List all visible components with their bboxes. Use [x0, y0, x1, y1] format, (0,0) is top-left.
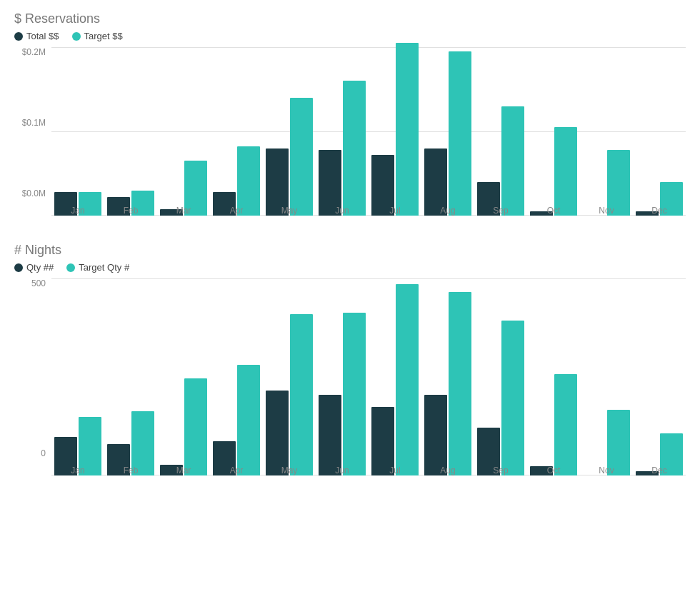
legend-target-qty-label: Target Qty # [79, 262, 129, 273]
chart2-area: 5000 JanFebMarAprMayJunJulAugSepOctNovDe… [14, 278, 686, 493]
bar-group: Nov [580, 47, 633, 216]
chart1-inner: JanFebMarAprMayJunJulAugSepOctNovDec [51, 47, 686, 233]
teal-bar [554, 127, 577, 216]
teal-bar [501, 106, 524, 216]
x-label: Nov [580, 206, 633, 216]
bar-group: Nov [580, 278, 633, 475]
legend-target-label: Target $$ [84, 31, 123, 41]
legend-total: Total $$ [14, 31, 59, 41]
x-label: Oct [527, 465, 580, 475]
legend-qty-label: Qty ## [26, 262, 54, 273]
x-label: Nov [580, 465, 633, 475]
bar-group: Jan [51, 278, 104, 475]
x-label: Jul [369, 206, 421, 216]
legend-qty: Qty ## [14, 262, 54, 273]
x-label: Jul [369, 465, 421, 475]
teal-bar [396, 43, 419, 216]
chart1-area: $0.2M$0.1M$0.0M JanFebMarAprMayJunJulAug… [14, 47, 686, 233]
bar-group: Dec [633, 278, 686, 475]
bar-group: Jul [369, 278, 421, 475]
x-label: May [263, 206, 316, 216]
y-label: 0 [41, 448, 46, 458]
bar-group: Oct [527, 278, 580, 475]
bar-group: May [263, 47, 316, 216]
x-label: Oct [527, 206, 580, 216]
x-label: May [263, 465, 316, 475]
x-label: Dec [633, 465, 686, 475]
x-label: Dec [633, 206, 686, 216]
bar-group: Jun [316, 47, 369, 216]
teal-bar [343, 313, 366, 475]
x-label: Sep [474, 206, 527, 216]
y-label: 500 [31, 278, 46, 288]
dark-bar [266, 391, 289, 475]
x-label: Apr [210, 465, 263, 475]
legend-total-label: Total $$ [26, 31, 59, 41]
bar-group: Aug [421, 47, 474, 216]
teal-bar [396, 284, 419, 475]
bar-group: Aug [421, 278, 474, 475]
dark-bar [319, 395, 341, 475]
teal-bar [343, 81, 366, 216]
bar-group: Sep [474, 47, 527, 216]
qty-dot [14, 263, 23, 272]
x-label: Feb [104, 465, 157, 475]
total-dot [14, 32, 23, 41]
y-label: $0.2M [22, 47, 46, 57]
bar-group: Apr [210, 278, 263, 475]
y-label: $0.1M [22, 118, 46, 128]
bar-group: Oct [527, 47, 580, 216]
chart1-title: $ Reservations [14, 11, 686, 26]
x-label: Jun [316, 206, 369, 216]
target-qty-dot [66, 263, 75, 272]
x-label: Feb [104, 206, 157, 216]
teal-bar [449, 51, 471, 216]
teal-bar [184, 378, 207, 475]
bar-group: Jun [316, 278, 369, 475]
chart2-legend: Qty ## Target Qty # [14, 262, 686, 273]
chart2-y-axis: 5000 [14, 278, 51, 475]
legend-target-qty: Target Qty # [66, 262, 129, 273]
x-label: Jan [51, 206, 104, 216]
bar-group: Sep [474, 278, 527, 475]
bar-group: Mar [157, 47, 210, 216]
chart2-inner: JanFebMarAprMayJunJulAugSepOctNovDec [51, 278, 686, 493]
chart1-legend: Total $$ Target $$ [14, 31, 686, 41]
bar-group: Dec [633, 47, 686, 216]
x-label: Aug [421, 465, 474, 475]
chart2-bars: JanFebMarAprMayJunJulAugSepOctNovDec [51, 278, 686, 493]
reservations-chart: $ Reservations Total $$ Target $$ $0.2M$… [14, 11, 686, 233]
teal-bar [237, 365, 260, 475]
chart1-y-axis: $0.2M$0.1M$0.0M [14, 47, 51, 216]
bar-group: Feb [104, 47, 157, 216]
bar-group: May [263, 278, 316, 475]
target-dot [72, 32, 81, 41]
bar-group: Jul [369, 47, 421, 216]
teal-bar [449, 292, 471, 475]
bar-group: Jan [51, 47, 104, 216]
x-label: Apr [210, 206, 263, 216]
chart2-title: # Nights [14, 243, 686, 258]
bar-group: Mar [157, 278, 210, 475]
teal-bar [290, 314, 313, 475]
legend-target: Target $$ [72, 31, 123, 41]
teal-bar [554, 374, 577, 475]
bar-group: Apr [210, 47, 263, 216]
x-label: Jan [51, 465, 104, 475]
x-label: Sep [474, 465, 527, 475]
nights-chart: # Nights Qty ## Target Qty # 5000 JanFeb… [14, 243, 686, 493]
teal-bar [290, 98, 313, 216]
x-label: Aug [421, 206, 474, 216]
x-label: Mar [157, 206, 210, 216]
y-label: $0.0M [22, 188, 46, 198]
dark-bar [424, 395, 447, 475]
bar-group: Feb [104, 278, 157, 475]
chart1-bars: JanFebMarAprMayJunJulAugSepOctNovDec [51, 47, 686, 233]
x-label: Jun [316, 465, 369, 475]
teal-bar [501, 321, 524, 475]
x-label: Mar [157, 465, 210, 475]
